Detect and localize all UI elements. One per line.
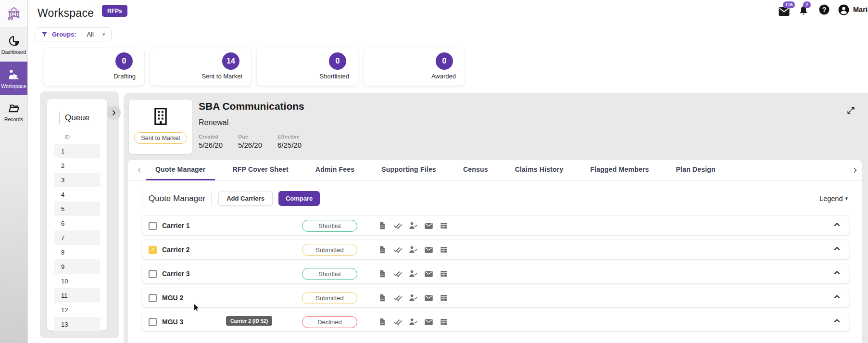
chevron-right-icon (852, 167, 858, 173)
double-check-icon[interactable] (392, 220, 403, 231)
chevron-up-icon (833, 268, 841, 277)
add-carriers-button[interactable]: Add Carriers (218, 191, 273, 206)
queue-row[interactable]: 8 (54, 245, 100, 259)
mail-icon[interactable] (423, 244, 434, 255)
person-check-icon[interactable] (408, 268, 418, 279)
tab-rfp-cover-sheet[interactable]: RFP Cover Sheet (224, 160, 298, 180)
building-icon (150, 105, 172, 127)
carrier-actions (377, 220, 449, 231)
expand-button[interactable] (846, 106, 855, 115)
stat-card-awarded[interactable]: 0 Awarded (364, 48, 465, 86)
mail-icon[interactable] (423, 268, 434, 279)
company-name: SBA Communications (199, 101, 304, 112)
rfp-status-pill[interactable]: Sent to Market (134, 132, 187, 144)
carrier-checkbox[interactable] (149, 294, 157, 302)
sidebar: Dashboard Workspace Records (0, 0, 28, 343)
stat-card-sent-to-market[interactable]: 14 Sent to Market (150, 48, 251, 86)
queue-panel: Queue ID 12345678910111213 (40, 91, 119, 338)
app-logo[interactable] (0, 0, 27, 28)
mail-icon[interactable] (423, 317, 434, 327)
double-check-icon[interactable] (392, 268, 403, 279)
double-check-icon[interactable] (392, 292, 403, 303)
queue-collapse-button[interactable] (107, 106, 121, 120)
queue-row[interactable]: 5 (54, 202, 100, 216)
table-icon[interactable] (439, 292, 449, 303)
queue-row[interactable]: 13 (54, 317, 100, 331)
file-icon[interactable] (377, 292, 388, 303)
tab-claims-history[interactable]: Claims History (506, 160, 573, 180)
file-icon[interactable] (377, 220, 388, 231)
queue-row[interactable]: 12 (54, 303, 100, 317)
collapse-row-button[interactable] (833, 292, 841, 301)
rfps-badge[interactable]: RFPs (102, 5, 127, 17)
rfp-detail-panel: Sent to Market SBA Communications Renewa… (124, 93, 868, 343)
tabs-scroll-right-button[interactable] (852, 167, 858, 173)
queue-row[interactable]: 6 (54, 216, 100, 230)
notifications-button[interactable]: 2 (798, 3, 811, 16)
collapse-row-button[interactable] (833, 220, 841, 229)
collapse-row-button[interactable] (833, 317, 841, 325)
queue-title: Queue (65, 113, 89, 123)
stat-label: Awarded (431, 73, 456, 80)
legend-label: Legend (819, 195, 843, 203)
sidebar-item-workspace[interactable]: Workspace (0, 62, 27, 95)
stat-card-shortlisted[interactable]: 0 Shortlisted (257, 48, 358, 86)
carrier-checkbox[interactable] (149, 318, 157, 326)
file-icon[interactable] (377, 268, 388, 279)
groups-filter[interactable]: Groups: All ▾ (35, 27, 112, 41)
help-button[interactable]: ? (818, 4, 830, 15)
collapse-row-button[interactable] (833, 244, 841, 253)
carrier-name: Carrier 3 (162, 270, 190, 278)
tab-plan-design[interactable]: Plan Design (667, 160, 725, 180)
person-check-icon[interactable] (408, 244, 418, 255)
tabs: Quote ManagerRFP Cover SheetAdmin FeesSu… (146, 160, 733, 180)
mail-icon[interactable] (423, 292, 434, 303)
table-icon[interactable] (439, 317, 449, 327)
tab-flagged-members[interactable]: Flagged Members (581, 160, 658, 180)
divider (142, 191, 142, 206)
queue-row[interactable]: 3 (54, 173, 100, 187)
carrier-checkbox[interactable] (149, 270, 157, 278)
mail-button[interactable]: 116 (778, 3, 791, 16)
legend-dropdown[interactable]: Legend ▾ (819, 195, 848, 203)
tab-supporting-files[interactable]: Supporting Files (372, 160, 445, 180)
double-check-icon[interactable] (392, 317, 403, 327)
mail-icon[interactable] (423, 220, 434, 231)
queue-row[interactable]: 4 (54, 187, 100, 202)
carrier-checkbox[interactable] (149, 222, 157, 230)
pie-chart-icon (8, 35, 20, 47)
file-icon[interactable] (377, 244, 388, 255)
file-icon[interactable] (377, 317, 388, 327)
rfp-type: Renewal (199, 118, 228, 127)
person-check-icon[interactable] (408, 220, 418, 231)
carrier-checkbox[interactable] (149, 246, 157, 254)
expand-icon (846, 106, 855, 115)
queue-row[interactable]: 11 (54, 288, 100, 303)
stat-label: Drafting (113, 73, 136, 80)
tab-admin-fees[interactable]: Admin Fees (306, 160, 364, 180)
queue-row[interactable]: 10 (54, 274, 100, 288)
table-icon[interactable] (439, 220, 449, 231)
double-check-icon[interactable] (392, 244, 403, 255)
sidebar-item-dashboard[interactable]: Dashboard (0, 28, 27, 62)
tabs-row: Quote ManagerRFP Cover SheetAdmin FeesSu… (128, 160, 862, 181)
queue-row[interactable]: 9 (54, 259, 100, 274)
person-check-icon[interactable] (408, 317, 418, 327)
user-menu[interactable]: Maria (838, 4, 868, 16)
compare-button[interactable]: Compare (278, 191, 320, 206)
tab-census[interactable]: Census (454, 160, 497, 180)
stat-card-drafting[interactable]: 0 Drafting (43, 48, 144, 86)
queue-row[interactable]: 1 (54, 144, 100, 158)
sidebar-item-label: Workspace (1, 83, 26, 89)
sidebar-item-records[interactable]: Records (0, 95, 27, 129)
carrier-list: Carrier 1 Shortlist (142, 216, 862, 331)
person-check-icon[interactable] (408, 292, 418, 303)
table-icon[interactable] (439, 268, 449, 279)
tab-quote-manager[interactable]: Quote Manager (146, 160, 215, 180)
tabs-scroll-left-button[interactable] (133, 167, 146, 173)
date-value: 5/26/20 (199, 141, 226, 149)
table-icon[interactable] (439, 244, 449, 255)
queue-row[interactable]: 2 (54, 158, 100, 173)
collapse-row-button[interactable] (833, 268, 841, 277)
queue-row[interactable]: 7 (54, 230, 100, 245)
